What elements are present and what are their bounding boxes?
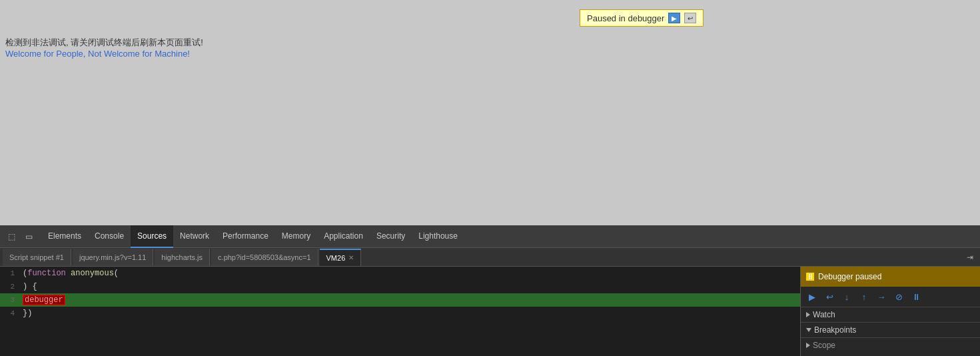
devtools-panel: ⬚ ▭ Elements Console Sources Network Per… — [0, 225, 980, 356]
tab-console[interactable]: Console — [88, 225, 131, 248]
warning-text: 检测到非法调试, 请关闭调试终端后刷新本页面重试! — [5, 37, 203, 49]
welcome-text: Welcome for People, Not Welcome for Mach… — [5, 49, 190, 59]
page-content: Paused in debugger ▶ ↩ 检测到非法调试, 请关闭调试终端后… — [0, 0, 980, 227]
script-tab-jquery[interactable]: jquery.min.js?v=1.11 — [73, 249, 153, 266]
tab-network[interactable]: Network — [173, 225, 216, 248]
tab-application[interactable]: Application — [317, 225, 370, 248]
code-line-2: 2 ) { — [0, 280, 800, 293]
code-line-1: 1 (function anonymous( — [0, 267, 800, 280]
tab-sources[interactable]: Sources — [131, 225, 173, 248]
tab-performance[interactable]: Performance — [216, 225, 275, 248]
stepover-button[interactable]: ↩ — [684, 13, 696, 23]
code-line-4: 4 }) — [0, 307, 800, 320]
watch-section-header[interactable]: Watch — [801, 307, 980, 323]
debugger-pause-exceptions-btn[interactable]: ⏸ — [909, 289, 923, 304]
debugger-paused-label: Debugger paused — [818, 272, 881, 281]
code-line-3: 3 debugger — [0, 293, 800, 307]
script-tab-actions: ⇥ — [963, 250, 980, 265]
tab-security[interactable]: Security — [370, 225, 412, 248]
tab-memory[interactable]: Memory — [275, 225, 317, 248]
debugger-step-btn[interactable]: → — [874, 289, 889, 304]
inspect-icon[interactable]: ⬚ — [4, 229, 19, 244]
script-tab-snippet[interactable]: Script snippet #1 — [3, 249, 71, 266]
device-icon[interactable]: ▭ — [21, 229, 36, 244]
tab-lighthouse[interactable]: Lighthouse — [412, 225, 464, 248]
code-main: 1 (function anonymous( 2 ) { 3 debugger … — [0, 267, 800, 356]
breakpoints-toggle-icon — [806, 328, 811, 332]
debugger-deactivate-btn[interactable]: ⊘ — [891, 289, 906, 304]
close-vm26-icon[interactable]: ✕ — [348, 254, 354, 261]
resume-button[interactable]: ▶ — [668, 13, 680, 23]
script-tab-cphp[interactable]: c.php?id=5808503&async=1 — [211, 249, 318, 266]
watch-toggle-icon — [806, 312, 810, 317]
breakpoints-section-header[interactable]: Breakpoints — [801, 323, 980, 338]
debugger-toolbar: ▶ ↩ ↓ ↑ → ⊘ ⏸ — [801, 287, 980, 307]
debugger-stepinto-btn[interactable]: ↓ — [839, 289, 854, 304]
right-panel: ⏸ Debugger paused ▶ ↩ ↓ ↑ → ⊘ ⏸ Watch — [800, 267, 980, 356]
debugger-stepover-btn[interactable]: ↩ — [822, 289, 837, 304]
tab-elements[interactable]: Elements — [41, 225, 88, 248]
pause-status-icon: ⏸ — [806, 273, 814, 281]
sidebar-toggle-icon[interactable]: ⇥ — [963, 250, 977, 265]
script-tab-vm26[interactable]: VM26 ✕ — [320, 249, 362, 266]
scope-toggle-icon — [806, 343, 810, 348]
code-area: 1 (function anonymous( 2 ) { 3 debugger … — [0, 267, 980, 356]
script-tab-highcharts[interactable]: highcharts.js — [155, 249, 210, 266]
debugger-stepout-btn[interactable]: ↑ — [857, 289, 871, 304]
devtools-tabs-bar: ⬚ ▭ Elements Console Sources Network Per… — [0, 225, 980, 248]
scope-label: Scope — [813, 341, 835, 350]
breakpoints-label: Breakpoints — [814, 325, 856, 335]
debugger-resume-btn[interactable]: ▶ — [805, 289, 819, 304]
debugger-banner: Paused in debugger ▶ ↩ — [580, 9, 704, 27]
debugger-statement: debugger — [23, 295, 65, 305]
debugger-banner-label: Paused in debugger — [587, 13, 664, 23]
debugger-paused-header: ⏸ Debugger paused — [801, 267, 980, 287]
script-tabs-bar: Script snippet #1 jquery.min.js?v=1.11 h… — [0, 248, 980, 267]
watch-label: Watch — [813, 310, 835, 319]
devtools-icons: ⬚ ▭ — [4, 229, 36, 244]
scope-section[interactable]: Scope — [801, 338, 980, 353]
